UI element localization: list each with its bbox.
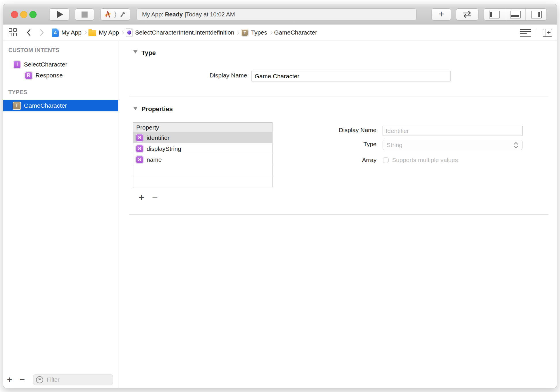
type-section-title: Type (141, 49, 156, 57)
table-row-name[interactable]: S name (133, 154, 272, 165)
property-type-value: String (387, 142, 402, 149)
breadcrumb-file-label: SelectCharacterIntent.intentdefinition (135, 29, 234, 36)
string-type-icon: S (136, 134, 143, 142)
property-array-label: Array (302, 157, 377, 163)
filter-field-wrap (33, 374, 113, 385)
sidebar-item-response[interactable]: R Response (3, 70, 118, 81)
filter-input[interactable] (33, 374, 113, 385)
breadcrumb-file[interactable]: SelectCharacterIntent.intentdefinition (126, 28, 234, 37)
breadcrumb-separator-icon (236, 31, 240, 35)
breadcrumb-separator-icon (83, 31, 87, 35)
activity-status-bar: My App: Ready | Today at 10:02 AM (137, 8, 417, 20)
breadcrumb-group[interactable]: My App (88, 29, 119, 36)
inspector-panel-icon (531, 11, 542, 18)
debug-panel-icon (510, 11, 521, 18)
plus-icon: + (438, 9, 444, 20)
panel-toggles (484, 8, 547, 20)
jumpbar-right-controls (520, 28, 552, 37)
sidebar-item-label: SelectCharacter (24, 61, 67, 68)
property-type-label: Type (302, 141, 377, 148)
breadcrumb-item[interactable]: GameCharacter (274, 29, 317, 36)
property-name: name (147, 156, 162, 163)
display-name-input[interactable] (251, 71, 451, 81)
related-items-icon[interactable] (9, 28, 17, 37)
forward-button[interactable] (37, 29, 46, 36)
toggle-navigator-button[interactable] (484, 9, 505, 20)
hammer-icon (119, 11, 127, 18)
properties-table: Property S identifier S displayString S … (133, 122, 273, 187)
table-row-identifier[interactable]: S identifier (133, 132, 272, 143)
toggle-debug-area-button[interactable] (505, 9, 526, 20)
sidebar-item-label: GameCharacter (24, 102, 67, 109)
editor-options-icon[interactable] (520, 29, 531, 37)
intent-editor: Type Display Name Properties Property S … (118, 41, 557, 388)
remove-item-button[interactable]: − (16, 375, 28, 384)
table-row-empty[interactable] (133, 176, 272, 187)
swap-arrows-icon (461, 10, 473, 18)
properties-disclosure-triangle[interactable] (133, 107, 137, 110)
properties-section-title: Properties (141, 105, 173, 113)
remove-property-button[interactable]: − (152, 192, 158, 202)
properties-table-header: Property (133, 123, 272, 132)
status-state: Ready | (165, 11, 186, 18)
type-badge-icon: T (241, 29, 248, 36)
array-checkbox[interactable] (383, 157, 389, 163)
sidebar-item-label: Response (35, 72, 63, 79)
xcode-window: ❯ My App: Ready | Today at 10:02 AM + (3, 4, 557, 388)
sidebar-item-selectcharacter[interactable]: I SelectCharacter (3, 59, 118, 70)
property-display-name-input[interactable] (383, 126, 523, 136)
table-row-empty[interactable] (133, 165, 272, 176)
property-name: identifier (147, 134, 169, 141)
string-type-icon: S (136, 156, 143, 163)
stop-icon (82, 12, 88, 18)
string-type-icon: S (136, 145, 143, 153)
table-row-displaystring[interactable]: S displayString (133, 143, 272, 154)
add-item-button[interactable]: + (3, 375, 16, 384)
breadcrumb-types-label: Types (251, 29, 267, 36)
add-property-button[interactable]: + (139, 192, 144, 202)
breadcrumb-project-label: My App (61, 29, 82, 36)
run-button[interactable] (49, 8, 69, 20)
section-header-custom-intents: CUSTOM INTENTS (8, 47, 59, 54)
stop-button[interactable] (75, 8, 94, 20)
folder-icon (88, 30, 96, 36)
project-scheme-icon (104, 11, 111, 18)
breadcrumb-group-label: My App (99, 29, 119, 36)
back-button[interactable] (24, 29, 33, 36)
play-icon (57, 11, 63, 18)
property-name: displayString (147, 145, 181, 152)
toggle-inspector-button[interactable] (525, 9, 546, 20)
minimize-window-button[interactable] (20, 11, 27, 18)
stepper-chevrons-icon (513, 141, 519, 149)
property-type-dropdown[interactable]: String (383, 140, 523, 150)
window-body: CUSTOM INTENTS I SelectCharacter R Respo… (3, 41, 557, 388)
divider (537, 28, 537, 37)
scheme-selector[interactable]: ❯ (101, 8, 130, 20)
section-divider (129, 214, 548, 215)
section-header-types: TYPES (8, 89, 27, 96)
breadcrumb-types[interactable]: T Types (241, 29, 267, 36)
breadcrumb-separator-icon (120, 31, 124, 35)
type-badge-icon: T (13, 102, 21, 110)
type-disclosure-triangle[interactable] (133, 50, 137, 54)
zoom-window-button[interactable] (29, 11, 37, 18)
sidebar-bottom-bar: + − (3, 371, 118, 388)
close-window-button[interactable] (11, 11, 18, 18)
intentdefinition-file-icon (126, 28, 133, 37)
add-editor-icon[interactable] (543, 29, 552, 37)
breadcrumb-project[interactable]: A My App (52, 28, 82, 37)
section-divider (129, 96, 548, 96)
project-file-icon: A (52, 28, 59, 37)
array-checkbox-label: Supports multiple values (392, 157, 458, 163)
navigator-panel-icon (489, 11, 500, 18)
library-add-button[interactable]: + (432, 8, 451, 20)
chevron-right-icon: ❯ (114, 11, 117, 18)
breadcrumb-separator-icon (269, 31, 273, 35)
response-badge-icon: R (25, 72, 33, 79)
jump-bar: A My App My App SelectCharacterIntent.in… (3, 24, 557, 41)
toolbar: ❯ My App: Ready | Today at 10:02 AM + (3, 4, 557, 24)
sidebar-item-gamecharacter[interactable]: T GameCharacter (3, 100, 118, 111)
status-time: Today at 10:02 AM (186, 11, 235, 18)
property-display-name-label: Display Name (302, 127, 377, 134)
version-editor-button[interactable] (456, 8, 478, 20)
